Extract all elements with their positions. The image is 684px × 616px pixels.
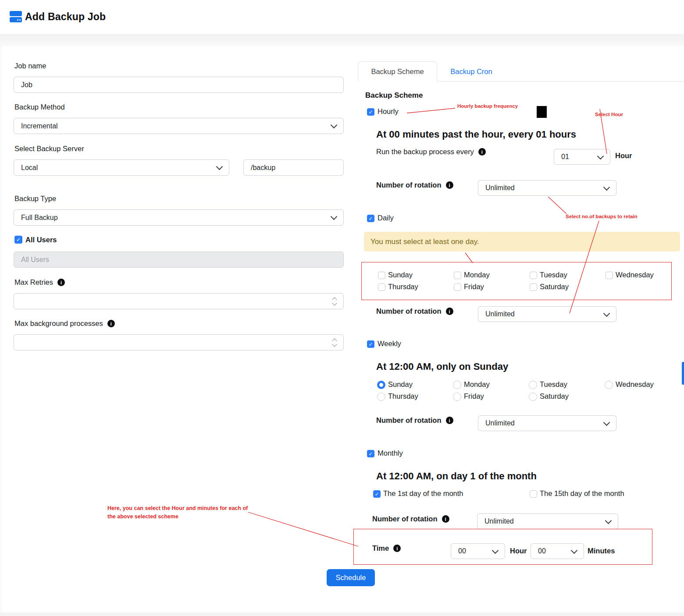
weekday-radio-monday[interactable] xyxy=(453,381,461,389)
weekly-rotation-label: Number of rotation i xyxy=(376,416,453,425)
monthly-checkbox[interactable]: ✓ xyxy=(367,450,374,457)
tab-backup-cron[interactable]: Backup Cron xyxy=(437,61,506,81)
backup-method-select[interactable]: Incremental xyxy=(14,118,344,134)
daily-checkbox[interactable]: ✓ xyxy=(367,215,374,222)
header-divider-band xyxy=(0,35,684,46)
day-checkbox-sunday[interactable] xyxy=(378,272,385,279)
hour-interval-value: 01 xyxy=(561,153,569,161)
rotation-value: Unlimited xyxy=(485,310,515,318)
info-icon[interactable]: i xyxy=(446,417,453,424)
day-checkbox-thursday[interactable] xyxy=(378,283,385,291)
chevron-down-icon xyxy=(571,547,578,554)
check-icon: ✓ xyxy=(16,237,21,242)
time-minute-unit-label: Minutes xyxy=(588,547,615,555)
weekday-radio-friday[interactable] xyxy=(453,393,461,401)
weekday-label: Friday xyxy=(464,392,484,400)
month-day1-checkbox[interactable]: ✓ xyxy=(373,490,381,498)
page-title: Add Backup Job xyxy=(25,11,106,23)
hourly-rotation-select[interactable]: Unlimited xyxy=(478,180,616,196)
scheme-section-heading: Backup Scheme xyxy=(365,91,423,100)
daily-rotation-label: Number of rotation i xyxy=(376,307,453,315)
backup-method-value: Incremental xyxy=(21,122,58,130)
month-day15-checkbox[interactable] xyxy=(530,490,537,498)
info-icon[interactable]: i xyxy=(446,308,453,315)
daily-rotation-select[interactable]: Unlimited xyxy=(478,306,616,322)
tab-backup-scheme[interactable]: Backup Scheme xyxy=(358,61,437,81)
weekday-radio-tuesday[interactable] xyxy=(529,381,537,389)
hourly-rotation-label: Number of rotation i xyxy=(376,181,453,189)
weekday-radio-thursday[interactable] xyxy=(377,393,385,401)
weekday-label: Thursday xyxy=(388,392,418,400)
all-users-input-disabled: All Users xyxy=(14,251,344,268)
rotation-label-text: Number of rotation xyxy=(376,307,442,315)
annotation-time-note-line2: the above selected scheme xyxy=(107,513,178,520)
rotation-label-text: Number of rotation xyxy=(376,181,442,189)
backup-server-select[interactable]: Local xyxy=(14,159,229,176)
monthly-rotation-select[interactable]: Unlimited xyxy=(477,513,618,529)
annotation-hourly-frequency: Hourly backup frequency xyxy=(457,103,518,109)
chevron-down-icon xyxy=(603,419,610,426)
chevron-down-icon xyxy=(331,122,338,129)
max-retries-input[interactable] xyxy=(14,293,344,309)
info-icon[interactable]: i xyxy=(442,515,449,523)
weekly-label: Weekly xyxy=(378,340,401,348)
run-every-label-text: Run the backup process every xyxy=(376,148,474,156)
time-hour-select[interactable]: 00 xyxy=(451,543,505,559)
annotation-box-days xyxy=(361,262,672,300)
info-icon[interactable]: i xyxy=(107,320,115,327)
weekday-radio-sunday[interactable] xyxy=(377,381,385,389)
monthly-summary-heading: At 12:00 AM, on day 1 of the month xyxy=(376,471,537,482)
day-checkbox-wednesday[interactable] xyxy=(606,272,613,279)
scrollbar-thumb[interactable] xyxy=(682,362,684,385)
chevron-down-icon xyxy=(603,184,610,191)
chevron-down-icon xyxy=(492,547,499,554)
app-header: Add Backup Job xyxy=(0,0,684,35)
max-background-label: Max background processes i xyxy=(14,319,115,328)
info-icon[interactable]: i xyxy=(393,545,401,552)
annotation-select-hour: Select Hour xyxy=(595,112,623,117)
check-icon: ✓ xyxy=(368,342,373,347)
weekly-checkbox[interactable]: ✓ xyxy=(367,340,374,348)
hourly-label: Hourly xyxy=(378,107,399,116)
number-stepper-icon[interactable] xyxy=(333,339,336,346)
hour-interval-select[interactable]: 01 xyxy=(554,149,610,165)
day-checkbox-friday[interactable] xyxy=(454,283,461,291)
hourly-summary-heading: At 00 minutes past the hour, every 01 ho… xyxy=(376,129,576,140)
backup-server-label: Select Backup Server xyxy=(14,145,84,153)
day-label: Thursday xyxy=(388,283,418,291)
hourly-checkbox[interactable]: ✓ xyxy=(367,108,374,116)
job-name-label: Job name xyxy=(14,62,46,70)
weekday-radio-saturday[interactable] xyxy=(529,393,537,401)
server-dot xyxy=(17,19,18,21)
chevron-down-icon xyxy=(597,152,604,159)
backup-path-input[interactable]: /backup xyxy=(243,159,344,176)
check-icon: ✓ xyxy=(368,451,373,457)
job-name-input[interactable]: Job xyxy=(14,77,344,93)
backup-type-select[interactable]: Full Backup xyxy=(14,209,344,226)
info-icon[interactable]: i xyxy=(57,279,65,286)
rotation-label-text: Number of rotation xyxy=(372,515,438,523)
time-label-text: Time xyxy=(372,544,389,552)
backup-server-icon xyxy=(10,11,22,23)
all-users-checkbox[interactable]: ✓ xyxy=(14,236,22,244)
all-users-label: All Users xyxy=(25,236,57,244)
server-dot xyxy=(19,19,21,21)
weekday-radio-wednesday[interactable] xyxy=(605,381,613,389)
number-stepper-icon[interactable] xyxy=(333,298,336,305)
weekly-rotation-select[interactable]: Unlimited xyxy=(478,415,616,431)
weekday-label: Monday xyxy=(464,380,490,389)
time-minute-select[interactable]: 00 xyxy=(531,543,584,559)
weekday-label: Saturday xyxy=(540,392,569,400)
day-label: Monday xyxy=(464,271,490,279)
day-checkbox-tuesday[interactable] xyxy=(530,272,537,279)
annotation-retain: Select no.of backups to retain xyxy=(566,214,638,219)
day-checkbox-monday[interactable] xyxy=(454,272,461,279)
info-icon[interactable]: i xyxy=(478,148,486,156)
max-background-input[interactable] xyxy=(14,334,344,350)
weekly-summary-heading: At 12:00 AM, only on Sunday xyxy=(376,361,508,372)
day-checkbox-saturday[interactable] xyxy=(530,283,537,291)
info-icon[interactable]: i xyxy=(446,181,453,189)
max-background-label-text: Max background processes xyxy=(14,319,103,328)
job-name-value: Job xyxy=(21,81,32,89)
schedule-button[interactable]: Schedule xyxy=(327,569,375,586)
